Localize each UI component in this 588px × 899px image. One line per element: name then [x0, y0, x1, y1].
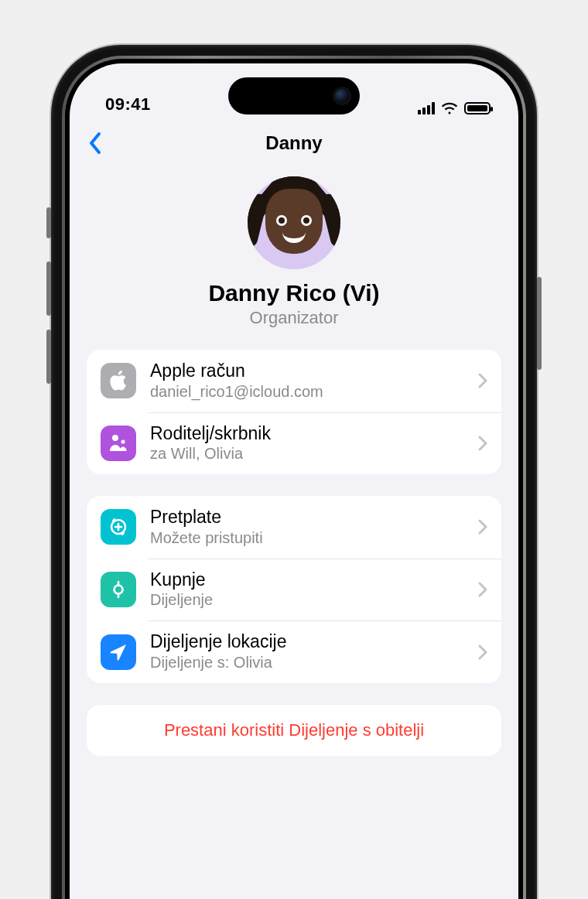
- subscriptions-icon: [101, 509, 136, 545]
- iphone-device-frame: 09:41: [51, 45, 537, 899]
- chevron-right-icon: [478, 582, 487, 597]
- navigation-bar: Danny: [70, 121, 518, 166]
- chevron-right-icon: [478, 436, 487, 451]
- profile-role: Organizator: [250, 308, 339, 328]
- memoji-icon: [265, 189, 323, 254]
- dynamic-island: [228, 77, 360, 115]
- apple-icon: [101, 363, 136, 398]
- status-time: 09:41: [105, 94, 151, 115]
- purchases-icon: [101, 572, 136, 607]
- row-location-sharing[interactable]: Dijeljenje lokacije Dijeljenje s: Olivia: [87, 620, 501, 683]
- row-subtitle: Dijeljenje: [150, 590, 464, 610]
- row-guardian[interactable]: Roditelj/skrbnik za Will, Olivia: [87, 412, 501, 475]
- row-title: Dijeljenje lokacije: [150, 631, 464, 653]
- volume-up-button: [46, 261, 51, 316]
- chevron-right-icon: [478, 373, 487, 388]
- silence-switch: [46, 207, 51, 238]
- row-apple-account[interactable]: Apple račun daniel_rico1@icloud.com: [87, 350, 501, 412]
- row-title: Apple račun: [150, 361, 464, 382]
- chevron-right-icon: [478, 644, 487, 660]
- volume-down-button: [46, 330, 51, 384]
- row-subtitle: za Will, Olivia: [150, 444, 464, 463]
- row-subtitle: Možete pristupiti: [150, 528, 464, 548]
- side-button: [537, 277, 542, 370]
- sharing-group: Pretplate Možete pristupiti Kupnje: [87, 496, 501, 683]
- stop-sharing-group: Prestani koristiti Dijeljenje s obitelji: [87, 705, 501, 756]
- battery-icon: [464, 102, 491, 115]
- wifi-icon: [441, 102, 458, 115]
- page-title: Danny: [265, 132, 322, 154]
- back-button[interactable]: [84, 127, 107, 159]
- row-purchases[interactable]: Kupnje Dijeljenje: [87, 559, 501, 621]
- stop-family-sharing-button[interactable]: Prestani koristiti Dijeljenje s obitelji: [87, 705, 501, 756]
- cellular-signal-icon: [418, 102, 435, 115]
- location-icon: [101, 634, 136, 670]
- row-title: Pretplate: [150, 507, 464, 528]
- row-subtitle: daniel_rico1@icloud.com: [150, 382, 464, 402]
- chevron-left-icon: [88, 132, 102, 155]
- avatar[interactable]: [248, 176, 340, 269]
- account-group: Apple račun daniel_rico1@icloud.com Rodi…: [87, 350, 501, 474]
- chevron-right-icon: [478, 519, 487, 535]
- guardian-icon: [101, 426, 136, 461]
- profile-header: Danny Rico (Vi) Organizator: [70, 166, 518, 350]
- profile-name: Danny Rico (Vi): [208, 280, 379, 306]
- svg-point-1: [121, 439, 125, 443]
- front-camera-icon: [335, 89, 349, 103]
- svg-point-0: [112, 435, 118, 441]
- row-subtitle: Dijeljenje s: Olivia: [150, 653, 464, 672]
- row-subscriptions[interactable]: Pretplate Možete pristupiti: [87, 496, 501, 559]
- row-title: Roditelj/skrbnik: [150, 423, 464, 445]
- row-title: Kupnje: [150, 569, 464, 591]
- screen: 09:41: [70, 63, 518, 899]
